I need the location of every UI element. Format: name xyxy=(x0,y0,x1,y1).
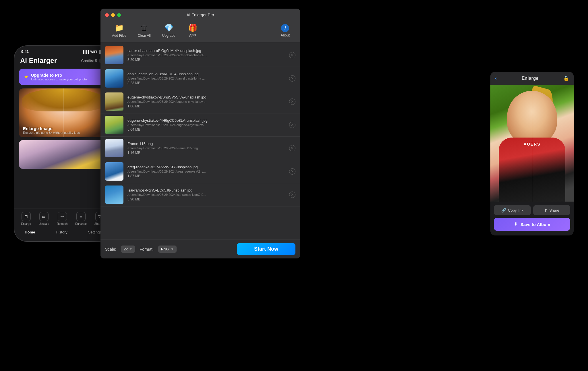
app-button[interactable]: 🎁 APP xyxy=(181,22,204,39)
file-path-4: /Users/tiny/Downloads/05:29:2024/Frame 1… xyxy=(127,146,285,150)
file-remove-5[interactable]: ✕ xyxy=(289,168,295,175)
side-panel: ‹ Enlarge 🔒 AUERS 🔗 Copy link ⬆ Share xyxy=(490,72,574,235)
file-remove-3[interactable]: ✕ xyxy=(289,122,295,128)
file-size-5: 1.87 MB xyxy=(127,174,285,178)
anime-character-bg xyxy=(19,140,107,169)
minimize-button[interactable] xyxy=(111,13,115,17)
card-label-title: Enlarge Image xyxy=(23,126,80,131)
upgrade-main-text: Upgrade to Pro xyxy=(31,73,87,78)
file-name-1: daniel-castellon-v-_zhKFULI4-unsplash.jp… xyxy=(127,72,285,76)
back-button[interactable]: ‹ xyxy=(495,75,497,81)
tool-enlarge[interactable]: ⊡ Enlarge xyxy=(21,212,31,225)
format-label: Format: xyxy=(140,247,154,252)
upgrade-left: ★ Upgrade to Pro Unlimited access to sav… xyxy=(24,73,87,81)
file-path-6: /Users/tiny/Downloads/05:29:2024/isai-ra… xyxy=(127,193,285,196)
file-thumb-3 xyxy=(105,116,123,134)
save-to-album-button[interactable]: ⬇ Save to Album xyxy=(494,218,570,231)
file-name-4: Frame 115.png xyxy=(127,142,285,146)
tool-retouch[interactable]: ✏ Retouch xyxy=(57,212,67,225)
side-actions: 🔗 Copy link ⬆ Share xyxy=(490,202,574,218)
card-label-subtitle: Resize a pic up to 8k without quality lo… xyxy=(23,131,80,134)
save-album-label: Save to Album xyxy=(521,222,550,227)
file-thumb-5 xyxy=(105,162,123,181)
file-name-2: eugene-chystiakov-BShuSV5Sl5w-unsplash.j… xyxy=(127,95,285,99)
add-files-icon: 📁 xyxy=(115,24,124,32)
file-info-4: Frame 115.png /Users/tiny/Downloads/05:2… xyxy=(127,142,285,155)
card-label: Enlarge Image Resize a pic up to 8k with… xyxy=(23,126,80,134)
copy-link-label: Copy link xyxy=(508,208,523,212)
share-icon: ⬆ xyxy=(544,208,548,212)
clear-all-button[interactable]: 🗑 Clear All xyxy=(132,22,156,39)
file-path-2: /Users/tiny/Downloads/05:29:2024/eugene-… xyxy=(127,100,285,103)
file-thumb-0 xyxy=(105,46,123,64)
save-album-icon: ⬇ xyxy=(514,222,518,227)
upscale-tool-label: Upscale xyxy=(39,222,49,225)
scale-label: Scale: xyxy=(105,247,116,252)
format-value: PNG xyxy=(161,247,169,251)
file-item: eugene-chystiakov-BShuSV5Sl5w-unsplash.j… xyxy=(100,90,300,113)
file-name-6: isai-ramos-NqnO-ECq5J8-unsplash.jpg xyxy=(127,188,285,192)
file-thumb-2 xyxy=(105,92,123,111)
file-item: isai-ramos-NqnO-ECq5J8-unsplash.jpg /Use… xyxy=(100,183,300,206)
mobile-small-card[interactable] xyxy=(19,140,107,169)
upgrade-text: Upgrade to Pro Unlimited access to save … xyxy=(31,73,87,81)
upgrade-label: Upgrade xyxy=(162,34,175,38)
file-info-1: daniel-castellon-v-_zhKFULI4-unsplash.jp… xyxy=(127,72,285,85)
file-thumb-4 xyxy=(105,139,123,157)
about-button[interactable]: i About xyxy=(276,23,294,38)
mobile-tools: ⊡ Enlarge ▭ Upscale ✏ Retouch ≡ Enhance … xyxy=(14,211,112,228)
file-remove-4[interactable]: ✕ xyxy=(289,145,295,151)
start-now-button[interactable]: Start Now xyxy=(237,243,295,255)
nav-history[interactable]: History xyxy=(51,229,72,235)
upgrade-button[interactable]: 💎 Upgrade xyxy=(156,22,181,39)
about-icon: i xyxy=(281,24,289,32)
thumb-img-0 xyxy=(105,46,123,64)
scale-dropdown[interactable]: 2x ▼ xyxy=(121,246,135,253)
file-path-3: /Users/tiny/Downloads/05:29:2024/eugene-… xyxy=(127,123,285,127)
enhance-tool-label: Enhance xyxy=(75,222,86,225)
file-path-1: /Users/tiny/Downloads/05:29:2024/daniel-… xyxy=(127,77,285,80)
add-files-button[interactable]: 📁 Add Files xyxy=(106,22,132,39)
format-dropdown-arrow: ▼ xyxy=(171,248,174,251)
share-button[interactable]: ⬆ Share xyxy=(533,205,570,215)
file-item: eugene-chystiakov-YH6gCC5e8LA-unsplash.j… xyxy=(100,113,300,137)
add-files-label: Add Files xyxy=(112,34,126,38)
file-size-2: 1.86 MB xyxy=(127,104,285,108)
format-dropdown[interactable]: PNG ▼ xyxy=(158,246,177,253)
mobile-credits-text: Credits: 5 xyxy=(81,59,97,63)
mobile-enlarge-card[interactable]: Enlarge Image Resize a pic up to 8k with… xyxy=(19,88,107,137)
mobile-time: 9:41 xyxy=(21,49,29,54)
file-info-0: carter-obasohan-oElGg0oM-4Y-unsplash.jpg… xyxy=(127,49,285,62)
file-remove-6[interactable]: ✕ xyxy=(289,192,295,198)
file-remove-1[interactable]: ✕ xyxy=(289,75,295,82)
tool-enhance[interactable]: ≡ Enhance xyxy=(75,212,86,225)
preview-divider xyxy=(532,85,532,202)
close-button[interactable] xyxy=(105,13,109,17)
file-size-1: 3.23 MB xyxy=(127,81,285,85)
thumb-img-4 xyxy=(105,139,123,157)
file-path-5: /Users/tiny/Downloads/05:29:2024/greg-ro… xyxy=(127,170,285,173)
retouch-tool-label: Retouch xyxy=(57,222,67,225)
bottom-bar: Scale: 2x ▼ Format: PNG ▼ Start Now xyxy=(100,239,300,258)
mobile-device: 9:41 ▐▐▐ WiFi ▐▐▐ AI Enlarger Credits: 5… xyxy=(14,46,112,241)
file-remove-0[interactable]: ✕ xyxy=(289,52,295,58)
file-name-0: carter-obasohan-oElGg0oM-4Y-unsplash.jpg xyxy=(127,49,285,53)
about-label: About xyxy=(281,33,290,37)
thumb-img-5 xyxy=(105,162,123,181)
nav-home[interactable]: Home xyxy=(20,229,40,235)
tool-upscale[interactable]: ▭ Upscale xyxy=(39,212,49,225)
file-thumb-6 xyxy=(105,186,123,204)
app-icon: 🎁 xyxy=(188,24,197,32)
mobile-header: AI Enlarger Credits: 5 AD xyxy=(14,55,112,67)
copy-link-button[interactable]: 🔗 Copy link xyxy=(494,205,531,215)
file-info-5: greg-rosenke-A2_vPvWVKrY-unsplash.jpg /U… xyxy=(127,165,285,178)
mobile-upgrade-button[interactable]: ★ Upgrade to Pro Unlimited access to sav… xyxy=(19,69,107,85)
mobile-status-bar: 9:41 ▐▐▐ WiFi ▐▐▐ xyxy=(14,46,112,55)
maximize-button[interactable] xyxy=(117,13,121,17)
side-panel-image: AUERS xyxy=(490,85,574,202)
file-size-6: 3.90 MB xyxy=(127,197,285,201)
file-remove-2[interactable]: ✕ xyxy=(289,98,295,105)
enlarge-tool-label: Enlarge xyxy=(21,222,31,225)
file-item: daniel-castellon-v-_zhKFULI4-unsplash.jp… xyxy=(100,67,300,90)
app-title-text: AI Enlarger Pro xyxy=(187,13,214,17)
